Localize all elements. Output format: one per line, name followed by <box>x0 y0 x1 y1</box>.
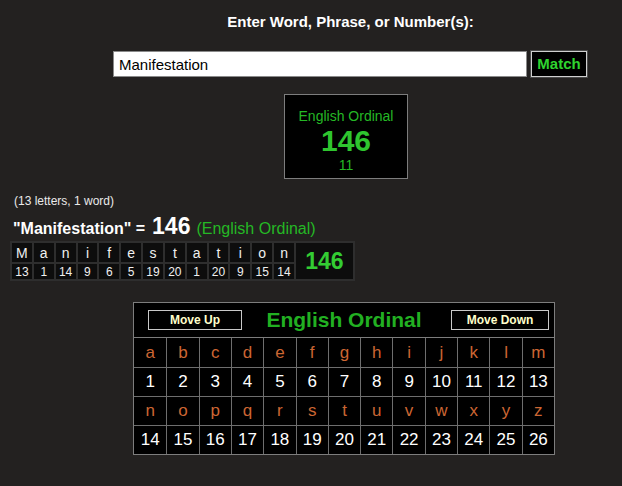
cipher-cell: 21 <box>360 425 392 454</box>
breakdown-column: e5 <box>121 243 141 279</box>
cipher-cell: 15 <box>166 425 198 454</box>
breakdown-letter: e <box>121 243 141 262</box>
cipher-chart: Move Up English Ordinal Move Down a b c … <box>133 302 555 455</box>
breakdown-letter: i <box>230 243 250 262</box>
equation-value: 146 <box>152 213 190 240</box>
cipher-cell: 3 <box>199 367 231 396</box>
cipher-cell: 6 <box>296 367 328 396</box>
cipher-cell: k <box>457 338 489 367</box>
cipher-cell: h <box>360 338 392 367</box>
breakdown-column: a1 <box>34 243 54 279</box>
cipher-cell: 18 <box>263 425 295 454</box>
breakdown-value: 1 <box>34 264 54 279</box>
cipher-cell: 23 <box>425 425 457 454</box>
breakdown-column: a1 <box>187 243 207 279</box>
cipher-cell: p <box>199 396 231 425</box>
breakdown-letter: o <box>252 243 272 262</box>
breakdown-column: f6 <box>99 243 119 279</box>
breakdown-letter: a <box>34 243 54 262</box>
breakdown-letter: t <box>209 243 229 262</box>
cipher-cell: 2 <box>166 367 198 396</box>
cipher-cell: 5 <box>263 367 295 396</box>
breakdown-value: 9 <box>78 264 98 279</box>
cipher-cell: u <box>360 396 392 425</box>
result-box-value: 146 <box>285 124 407 157</box>
result-box[interactable]: English Ordinal 146 11 <box>284 94 408 179</box>
equation-phrase: "Manifestation" = <box>13 220 145 238</box>
breakdown-column: i9 <box>78 243 98 279</box>
breakdown-value: 19 <box>143 264 163 279</box>
cipher-cell: 7 <box>328 367 360 396</box>
breakdown-letter: n <box>56 243 76 262</box>
cipher-cell: 1 <box>134 367 166 396</box>
cipher-cell: e <box>263 338 295 367</box>
breakdown-column: o15 <box>252 243 272 279</box>
move-down-button[interactable]: Move Down <box>451 310 549 330</box>
letters-word-count: (13 letters, 1 word) <box>14 194 114 208</box>
cipher-cell: 26 <box>522 425 554 454</box>
cipher-cell: s <box>296 396 328 425</box>
phrase-input[interactable] <box>113 51 527 77</box>
cipher-cell: m <box>522 338 554 367</box>
breakdown-letter: M <box>12 243 32 262</box>
cipher-chart-title: English Ordinal <box>266 308 421 332</box>
cipher-cell: a <box>134 338 166 367</box>
cipher-cell: 24 <box>457 425 489 454</box>
result-box-secondary-value: 11 <box>285 157 407 173</box>
page-title: Enter Word, Phrase, or Number(s): <box>78 13 622 30</box>
cipher-chart-header: Move Up English Ordinal Move Down <box>134 303 554 338</box>
cipher-cell: o <box>166 396 198 425</box>
cipher-cell: l <box>489 338 521 367</box>
cipher-cell: f <box>296 338 328 367</box>
cipher-cell: 17 <box>231 425 263 454</box>
cipher-cell: 25 <box>489 425 521 454</box>
cipher-cell: b <box>166 338 198 367</box>
breakdown-column: t20 <box>209 243 229 279</box>
cipher-cell: 20 <box>328 425 360 454</box>
cipher-cell: 19 <box>296 425 328 454</box>
breakdown-column: t20 <box>165 243 185 279</box>
cipher-cell: 12 <box>489 367 521 396</box>
breakdown-letter: a <box>187 243 207 262</box>
letter-breakdown-strip: M13 a1 n14 i9 f6 e5 s19 t20 a1 t20 i9 o1… <box>10 241 355 281</box>
cipher-cell: t <box>328 396 360 425</box>
breakdown-letter: s <box>143 243 163 262</box>
breakdown-column: n14 <box>274 243 294 279</box>
cipher-cell: x <box>457 396 489 425</box>
breakdown-value: 20 <box>209 264 229 279</box>
cipher-cell: n <box>134 396 166 425</box>
breakdown-value: 9 <box>230 264 250 279</box>
cipher-cell: 13 <box>522 367 554 396</box>
cipher-cell: 14 <box>134 425 166 454</box>
cipher-cell: r <box>263 396 295 425</box>
cipher-cell: 11 <box>457 367 489 396</box>
breakdown-value: 14 <box>56 264 76 279</box>
match-button[interactable]: Match <box>531 51 587 77</box>
move-up-button[interactable]: Move Up <box>148 310 242 330</box>
breakdown-value: 1 <box>187 264 207 279</box>
breakdown-total: 146 <box>296 243 353 279</box>
cipher-cell: q <box>231 396 263 425</box>
cipher-cell: i <box>392 338 424 367</box>
breakdown-column: M13 <box>12 243 32 279</box>
cipher-cell: d <box>231 338 263 367</box>
breakdown-letter: i <box>78 243 98 262</box>
breakdown-letter: t <box>165 243 185 262</box>
equation-cipher-name: (English Ordinal) <box>196 220 315 238</box>
breakdown-value: 14 <box>274 264 294 279</box>
breakdown-value: 13 <box>12 264 32 279</box>
cipher-cell: c <box>199 338 231 367</box>
breakdown-column: s19 <box>143 243 163 279</box>
cipher-grid: a b c d e f g h i j k l m 1 2 3 4 5 6 7 … <box>134 338 554 454</box>
breakdown-letter: n <box>274 243 294 262</box>
breakdown-value: 15 <box>252 264 272 279</box>
breakdown-column: i9 <box>230 243 250 279</box>
cipher-cell: z <box>522 396 554 425</box>
cipher-cell: v <box>392 396 424 425</box>
cipher-cell: 4 <box>231 367 263 396</box>
cipher-cell: w <box>425 396 457 425</box>
cipher-cell: 16 <box>199 425 231 454</box>
result-equation: "Manifestation" = 146 (English Ordinal) <box>13 213 316 240</box>
breakdown-value: 5 <box>121 264 141 279</box>
breakdown-value: 6 <box>99 264 119 279</box>
